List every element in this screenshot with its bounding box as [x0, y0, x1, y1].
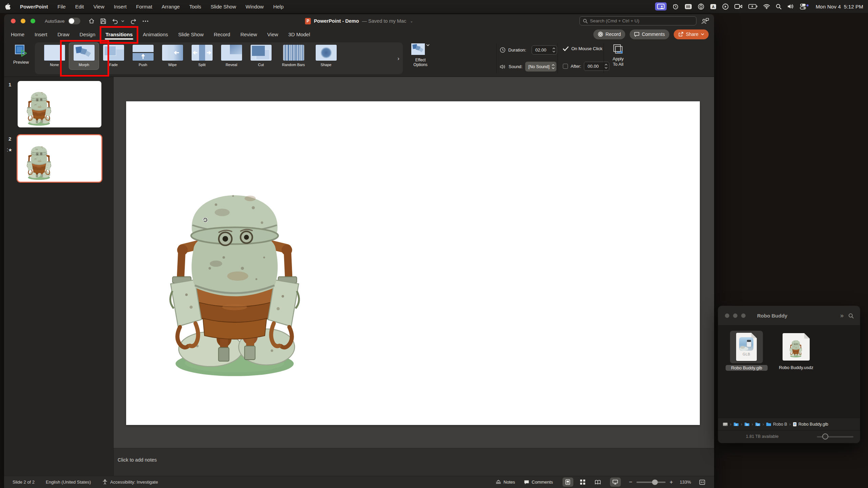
more-commands-icon[interactable]	[142, 20, 149, 22]
menu-window[interactable]: Window	[245, 4, 263, 9]
path-user-folder-icon[interactable]	[733, 422, 739, 426]
duration-input[interactable]: 02.00	[532, 45, 557, 55]
menu-edit[interactable]: Edit	[75, 4, 84, 9]
slide-2-editing-surface[interactable]	[126, 101, 700, 425]
notes-pane[interactable]: Click to add notes	[114, 448, 714, 476]
notes-placeholder[interactable]: Click to add notes	[118, 457, 157, 463]
glb-file-icon[interactable]: GLB	[736, 333, 757, 361]
apple-logo-icon[interactable]	[5, 2, 11, 11]
redo-icon[interactable]	[130, 18, 137, 24]
path-disk-icon[interactable]	[723, 422, 728, 427]
menubar-clock[interactable]: Mon Nov 4 5:12 PM	[816, 4, 863, 9]
document-title[interactable]: PowerPoint - Demo	[314, 18, 359, 24]
search-box[interactable]	[579, 16, 696, 25]
finder-file-area[interactable]: GLB Robo Buddy.glb Robo Buddy.usdz	[718, 326, 860, 418]
menu-help[interactable]: Help	[273, 4, 284, 9]
language-indicator[interactable]: English (United States)	[46, 480, 91, 485]
tab-animations[interactable]: Animations	[143, 28, 168, 40]
fullscreen-button[interactable]	[31, 19, 35, 23]
tab-view[interactable]: View	[267, 28, 278, 40]
duration-stepper[interactable]	[552, 47, 555, 53]
tab-home[interactable]: Home	[11, 28, 24, 40]
tab-design[interactable]: Design	[80, 28, 96, 40]
menu-format[interactable]: Format	[136, 4, 152, 9]
zoom-in-button[interactable]: +	[670, 479, 673, 486]
minimize-button[interactable]	[21, 19, 25, 23]
glb-file-name[interactable]: Robo Buddy.glb	[726, 365, 768, 371]
icon-size-slider[interactable]	[817, 436, 853, 438]
home-icon[interactable]	[88, 18, 95, 24]
tab-slide-show[interactable]: Slide Show	[178, 28, 203, 40]
path-robo-buddy-folder-icon[interactable]	[766, 422, 771, 426]
autosave-toggle[interactable]	[68, 18, 80, 24]
apply-to-all-button[interactable]: ApplyTo All	[607, 44, 629, 67]
path-folder-name[interactable]: Robo B	[773, 422, 787, 427]
undo-icon[interactable]	[112, 18, 118, 24]
menu-insert[interactable]: Insert	[114, 4, 127, 9]
transition-split[interactable]: Split	[187, 45, 217, 67]
comments-toggle-button[interactable]: Comments	[524, 480, 553, 485]
notes-toggle-button[interactable]: Notes	[496, 480, 515, 485]
finder-minimize-button[interactable]	[733, 313, 737, 318]
share-button[interactable]: Share	[674, 29, 709, 39]
transition-reveal[interactable]: Reveal	[217, 45, 246, 67]
finder-close-button[interactable]	[725, 313, 729, 318]
search-input[interactable]	[590, 18, 693, 23]
finder-search-icon[interactable]	[848, 313, 854, 319]
path-file-name[interactable]: Robo Buddy.glb	[798, 422, 828, 427]
gallery-expand-chevron-icon[interactable]: ›	[397, 55, 399, 62]
screen-record-icon[interactable]	[734, 2, 743, 11]
effect-options-button[interactable]: EffectOptions	[410, 43, 431, 67]
menu-view[interactable]: View	[94, 4, 104, 9]
time-machine-icon[interactable]	[672, 2, 679, 11]
slide-sorter-view-button[interactable]	[577, 477, 588, 487]
sound-dropdown-stepper[interactable]	[552, 64, 555, 69]
close-button[interactable]	[11, 19, 16, 23]
slide-1-preview[interactable]	[18, 81, 101, 127]
play-status-icon[interactable]	[722, 2, 729, 11]
transition-random-bars[interactable]: Random Bars	[276, 45, 311, 67]
transition-push[interactable]: Push	[128, 45, 158, 67]
zoom-out-button[interactable]: −	[629, 479, 632, 486]
menu-tools[interactable]: Tools	[189, 4, 201, 9]
zoom-slider-thumb[interactable]	[652, 480, 658, 485]
robot-3d-model[interactable]	[160, 140, 309, 387]
save-icon[interactable]	[100, 18, 106, 24]
zoom-level[interactable]: 133%	[680, 480, 691, 485]
barcode-status-icon[interactable]	[685, 2, 692, 11]
finder-fullscreen-button[interactable]	[741, 313, 746, 318]
menu-file[interactable]: File	[58, 4, 66, 9]
control-center-icon[interactable]	[800, 2, 809, 11]
after-checkbox[interactable]	[563, 64, 568, 69]
transition-none[interactable]: None	[40, 45, 69, 67]
record-button[interactable]: Record	[593, 29, 625, 39]
on-mouse-click-checkbox[interactable]	[563, 46, 569, 51]
tab-record[interactable]: Record	[214, 28, 230, 40]
usdz-file-icon[interactable]	[783, 333, 810, 361]
tab-3d-model[interactable]: 3D Model	[288, 28, 310, 40]
slide-2-preview[interactable]	[18, 135, 101, 182]
accessibility-status[interactable]: Accessibility: Investigate	[102, 479, 158, 485]
preview-button[interactable]: Preview	[9, 44, 33, 65]
screen-sharing-icon[interactable]	[655, 2, 667, 11]
spotlight-icon[interactable]	[776, 2, 782, 11]
finder-toolbar-overflow-icon[interactable]: »	[840, 312, 843, 319]
shortcuts-status-icon[interactable]	[698, 2, 704, 11]
transition-cut[interactable]: Cut	[246, 45, 276, 67]
transition-fade[interactable]: Fade	[99, 45, 128, 67]
path-desktop-folder-icon[interactable]	[755, 422, 761, 426]
path-file-icon[interactable]	[793, 422, 797, 427]
fit-slide-button[interactable]	[699, 479, 705, 485]
tab-insert[interactable]: Insert	[35, 28, 47, 40]
input-source-icon[interactable]: A	[710, 2, 716, 11]
volume-icon[interactable]	[787, 2, 794, 11]
wifi-icon[interactable]	[763, 2, 770, 11]
tab-transitions[interactable]: Transitions	[105, 28, 133, 40]
title-chevron-icon[interactable]: ⌄	[410, 19, 413, 23]
slideshow-view-button[interactable]	[610, 477, 621, 487]
normal-view-button[interactable]	[563, 477, 573, 487]
tab-review[interactable]: Review	[240, 28, 257, 40]
slide-thumbnail-2[interactable]: 2 ⁚★	[18, 135, 101, 182]
menubar-app-name[interactable]: PowerPoint	[20, 4, 48, 9]
sound-dropdown[interactable]: [No Sound]	[525, 62, 556, 72]
